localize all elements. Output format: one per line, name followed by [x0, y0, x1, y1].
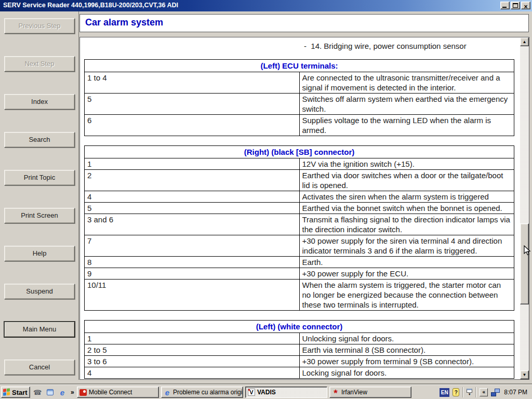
table-row: 5Switches off alarm system when earthed …: [85, 94, 514, 115]
description-cell: Earth via terminal 8 (SB connector).: [299, 344, 514, 356]
close-icon: ×: [522, 2, 530, 12]
table-row: 10/11When the alarm system is triggered,…: [85, 280, 514, 311]
table-row: 5Earthed via the bonnet switch when the …: [85, 203, 514, 214]
vadis-icon: V: [248, 389, 255, 396]
terminal-cell: 1 to 4: [85, 72, 300, 94]
table-row: 8Earth.: [85, 257, 514, 268]
vertical-scrollbar[interactable]: ▲ ▼: [520, 37, 529, 379]
sidebar-button-next-step: Next Step: [4, 56, 75, 72]
table-row: 4Locking signal for doors.: [85, 367, 514, 379]
internet-explorer-icon[interactable]: e: [58, 388, 66, 396]
windows-flag-icon: [3, 388, 10, 396]
terminal-cell: 4: [85, 191, 300, 203]
language-indicator[interactable]: EN: [440, 388, 449, 397]
description-cell: Transmit a flashing signal to the direct…: [299, 214, 514, 235]
table-row: 4Activates the siren when the alarm syst…: [85, 191, 514, 203]
table-row: 2 to 5Earth via terminal 8 (SB connector…: [85, 344, 514, 356]
description-cell: +30 power supply from terminal 9 (SB con…: [299, 356, 514, 367]
window-titlebar[interactable]: SERV Service Reader 440,1996,B18U-200/20…: [0, 0, 532, 11]
terminal-cell: 2 to 5: [85, 344, 300, 356]
terminal-cell: 5: [85, 203, 300, 214]
overflow-chevron-icon[interactable]: »: [71, 389, 74, 396]
table-row: 1 to 4Are connected to the ultrasonic tr…: [85, 72, 514, 94]
ie-icon: e: [164, 389, 171, 396]
terminal-cell: 4: [85, 367, 300, 379]
scroll-up-icon: ▲: [523, 39, 527, 44]
task-button-mobile-connect[interactable]: Mobile Connect: [77, 387, 159, 398]
phone-icon[interactable]: ☎: [33, 388, 42, 396]
sidebar-button-search[interactable]: Search: [4, 132, 75, 148]
close-button[interactable]: ×: [521, 2, 530, 9]
scrollbar-thumb[interactable]: [520, 223, 529, 304]
tray-divider: [462, 387, 463, 397]
description-cell: When the alarm system is triggered, the …: [299, 280, 514, 311]
task-label: VADIS: [257, 389, 276, 396]
table-header: (Left) ECU terminals:: [85, 60, 514, 72]
description-cell: Earthed via the bonnet switch when the b…: [299, 203, 514, 214]
window-arrange-icon[interactable]: ▼: [467, 389, 472, 396]
table-header: (Left) (white connector): [85, 321, 514, 333]
terminal-cell: 1: [85, 333, 300, 344]
help-balloon-icon[interactable]: ?: [453, 388, 459, 396]
sidebar-button-main-menu[interactable]: Main Menu: [4, 322, 75, 337]
content-frame: - 14. Bridging wire, power consumption s…: [79, 37, 529, 380]
terminal-cell: 10/11: [85, 280, 300, 311]
sidebar-button-cancel[interactable]: Cancel: [4, 360, 75, 375]
maximize-button[interactable]: [511, 2, 520, 9]
terminal-cell: 6: [85, 115, 300, 136]
description-cell: 12V via the ignition switch (+15).: [299, 158, 514, 170]
window-title: SERV Service Reader 440,1996,B18U-200/20…: [3, 2, 178, 9]
description-cell: Activates the siren when the alarm syste…: [299, 191, 514, 203]
description-cell: Are connected to the ultrasonic transmit…: [299, 72, 514, 94]
terminal-cell: 9: [85, 268, 300, 280]
task-label: Mobile Connect: [89, 389, 132, 396]
task-button-vadis[interactable]: VVADIS: [245, 387, 327, 398]
task-buttons: Mobile ConnecteProbleme cu alarma origi.…: [77, 387, 411, 398]
table-header: (Right) (black [SB] connector): [85, 146, 514, 158]
sidebar-button-previous-step: Previous Step: [4, 18, 75, 34]
start-button[interactable]: Start: [1, 387, 30, 398]
taskbar-clock: 8:07 PM: [504, 389, 527, 396]
irfanview-icon: *: [332, 390, 339, 397]
sidebar-button-print-screen[interactable]: Print Screen: [4, 208, 75, 223]
sidebar-button-suspend[interactable]: Suspend: [4, 284, 75, 299]
quick-launch-bar: ☎ e »: [33, 387, 74, 398]
show-desktop-icon[interactable]: [46, 388, 54, 396]
collapse-chevron-icon[interactable]: «: [480, 388, 488, 396]
terminal-cell: 5: [85, 94, 300, 115]
terminal-cell: 8: [85, 257, 300, 268]
terminal-cell: 7: [85, 235, 300, 257]
scroll-down-button[interactable]: ▼: [520, 370, 529, 379]
document-area: - 14. Bridging wire, power consumption s…: [80, 37, 520, 379]
description-cell: Earthed via door switches when a door or…: [299, 170, 514, 191]
scroll-down-icon: ▼: [523, 373, 527, 377]
task-button-irfanview[interactable]: *IrfanView: [329, 387, 411, 398]
table-row: 112V via the ignition switch (+15).: [85, 158, 514, 170]
task-label: Probleme cu alarma origi...: [173, 389, 243, 396]
table-row: 3 to 6+30 power supply from terminal 9 (…: [85, 356, 514, 367]
window-arrange-caret: ▼: [468, 393, 471, 396]
sidebar-button-help[interactable]: Help: [4, 246, 75, 261]
sidebar-button-print-topic[interactable]: Print Topic: [4, 170, 75, 185]
system-tray: EN ? ▼ « 8:07 PM: [440, 387, 530, 398]
network-icon[interactable]: [491, 389, 500, 396]
table-row: 7+30 power supply for the siren via term…: [85, 235, 514, 257]
terminal-table: (Left) ECU terminals:1 to 4Are connected…: [84, 59, 514, 136]
scroll-up-button[interactable]: ▲: [520, 37, 529, 46]
sidebar-divider: [78, 11, 79, 380]
terminal-cell: 3 to 6: [85, 356, 300, 367]
start-label: Start: [12, 389, 28, 396]
table-row: 2Earthed via door switches when a door o…: [85, 170, 514, 191]
task-button-probleme-cu-alarma-origi[interactable]: eProbleme cu alarma origi...: [161, 387, 243, 398]
table-row: 9+30 power supply for the ECU.: [85, 268, 514, 280]
maximize-icon: [513, 3, 518, 8]
page-title: Car alarm system: [85, 17, 163, 28]
description-cell: Unlocking signal for doors.: [299, 333, 514, 344]
table-row: 1Unlocking signal for doors.: [85, 333, 514, 344]
screen: SERV Service Reader 440,1996,B18U-200/20…: [0, 0, 532, 399]
description-cell: Supplies voltage to the warning LED when…: [299, 115, 514, 136]
terminal-cell: 1: [85, 158, 300, 170]
table-row: 6Supplies voltage to the warning LED whe…: [85, 115, 514, 136]
minimize-button[interactable]: [500, 2, 510, 9]
sidebar-button-index[interactable]: Index: [4, 94, 75, 110]
